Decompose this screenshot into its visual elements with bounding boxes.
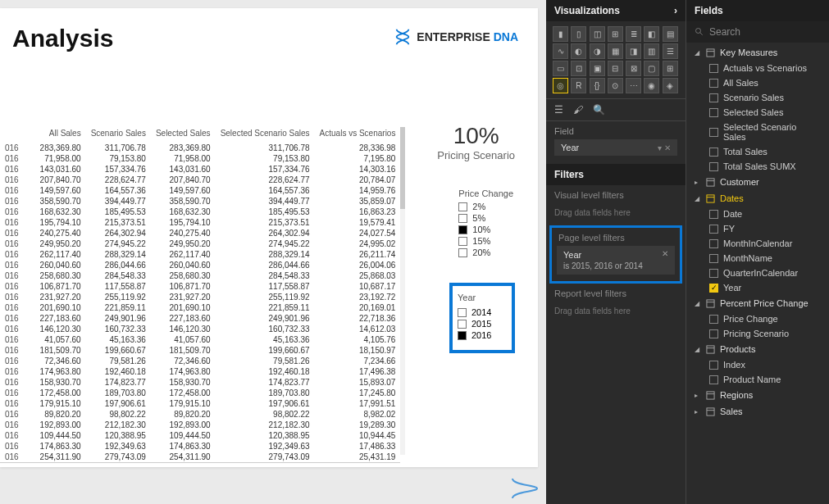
viz-type-icon[interactable]: ▯ [571,26,586,42]
field-item[interactable]: MonthName [686,251,829,266]
field-checkbox[interactable] [709,64,718,73]
table-row[interactable]: 016283,369.80311,706.78283,369.80311,706… [0,143,400,153]
data-table[interactable]: All SalesScenario SalesSelected SalesSel… [0,127,398,467]
checkbox-icon[interactable] [458,237,467,246]
viz-type-icon[interactable]: ∿ [553,43,568,59]
viz-type-icon[interactable]: ▢ [644,61,659,76]
column-header[interactable]: Actuals vs Scenarios [315,127,401,143]
table-row[interactable]: 016106,871.70117,558.87106,871.70117,558… [0,281,400,292]
field-item[interactable]: QuarterInCalendar [686,266,829,280]
viz-type-icon[interactable]: ▭ [553,61,568,76]
field-checkbox[interactable] [709,284,718,293]
viz-type-icon[interactable]: ▮ [553,26,568,42]
table-row[interactable]: 016249,950.20274,945.22249,950.20274,945… [0,238,400,249]
table-row[interactable]: 016260,040.60286,044.66260,040.60286,044… [0,260,400,270]
table-row[interactable]: 016174,963.80192,460.18174,963.80192,460… [0,366,400,377]
field-table-sales[interactable]: ▸Sales [686,403,829,420]
column-header[interactable]: All Sales [24,127,86,143]
viz-type-icon[interactable]: ⊠ [626,61,641,76]
table-row[interactable]: 01672,346.6079,581.2672,346.6079,581.267… [0,356,400,366]
column-header[interactable]: Selected Sales [151,127,216,143]
slicer-option[interactable]: 15% [458,236,513,246]
table-scrollbar[interactable] [400,127,405,455]
year-slicer[interactable]: Year 201420152016 [449,283,515,353]
field-item[interactable]: Price Change [686,311,829,326]
table-row[interactable]: 016168,632.30185,495.53168,632.30185,495… [0,207,400,217]
slicer-option[interactable]: 20% [458,247,513,257]
viz-type-icon[interactable]: ⊡ [571,61,586,76]
field-item[interactable]: Product Name [686,372,829,387]
viz-type-icon[interactable]: ▤ [663,26,678,42]
fields-tab-icon[interactable]: ☰ [554,104,563,116]
viz-type-icon[interactable]: ⊞ [608,26,623,42]
viz-type-icon[interactable]: {} [590,78,605,93]
field-item[interactable]: Date [686,207,829,221]
table-row[interactable]: 016192,893.00212,182.30192,893.00212,182… [0,420,400,430]
table-row[interactable]: 016172,458.00189,703.80172,458.00189,703… [0,388,400,398]
viz-type-icon[interactable]: ⊞ [663,61,678,76]
field-item[interactable]: Pricing Scenario [686,326,829,341]
checkbox-icon[interactable] [458,225,467,234]
table-row[interactable]: 016231,927.20255,119.92231,927.20255,119… [0,292,400,302]
field-item[interactable]: Year [686,280,829,295]
checkbox-icon[interactable] [458,214,467,223]
field-table-key measures[interactable]: ◢Key Measures [686,44,829,61]
scrollbar-thumb[interactable] [400,127,405,209]
table-row[interactable]: 016181,509.70199,660.67181,509.70199,660… [0,345,400,356]
slicer-option[interactable]: 2% [458,202,513,211]
table-row[interactable]: 016143,031.60157,334.76143,031.60157,334… [0,164,400,175]
slicer-option[interactable]: 2016 [458,330,507,340]
checkbox-icon[interactable] [458,308,467,317]
field-checkbox[interactable] [709,225,718,234]
table-row[interactable]: 016195,794.10215,373.51195,794.10215,373… [0,217,400,228]
field-checkbox[interactable] [709,128,718,137]
viz-type-icon[interactable]: ⋯ [626,78,641,93]
field-item[interactable]: Selected Scenario Sales [686,120,829,144]
viz-type-icon[interactable]: ◎ [553,78,568,93]
slicer-option[interactable]: 5% [458,213,513,223]
field-item[interactable]: All Sales [686,75,829,90]
viz-type-icon[interactable]: ⊟ [608,61,623,76]
table-row[interactable]: 016258,680.30284,548.33258,680.30284,548… [0,270,400,281]
table-row[interactable]: 016201,690.10221,859.11201,690.10221,859… [0,302,400,313]
page-filter-year[interactable]: Year is 2015, 2016 or 2014 ✕ [557,246,675,275]
field-item[interactable]: Selected Sales [686,105,829,120]
analytics-tab-icon[interactable]: 🔍 [593,104,605,116]
field-checkbox[interactable] [709,315,718,324]
viz-type-icon[interactable]: ◈ [663,78,678,93]
viz-type-icon[interactable]: ▥ [644,43,659,59]
table-row[interactable]: 01689,820.2098,802.2289,820.2098,802.228… [0,409,400,420]
viz-type-icon[interactable]: ◉ [644,78,659,93]
table-row[interactable]: 016174,863.30192,349.63174,863.30192,349… [0,441,400,452]
field-item[interactable]: Index [686,357,829,372]
scenario-card[interactable]: 10% Pricing Scenario [437,123,515,161]
field-pill-year[interactable]: Year ▾ ✕ [554,139,677,156]
table-row[interactable]: 016358,590.70394,449.77358,590.70394,449… [0,196,400,207]
remove-field-icon[interactable]: ▾ ✕ [658,143,671,152]
viz-type-icon[interactable]: ☰ [663,43,678,59]
viz-type-icon[interactable]: ▣ [590,61,605,76]
visualizations-header[interactable]: Visualizations › [546,0,686,21]
column-header[interactable]: Scenario Sales [86,127,151,143]
field-checkbox[interactable] [709,329,718,338]
checkbox-icon[interactable] [458,202,467,211]
viz-type-icon[interactable]: ◫ [590,26,605,42]
field-checkbox[interactable] [709,375,718,384]
table-row[interactable]: 016207,840.70228,624.77207,840.70228,624… [0,175,400,185]
slicer-option[interactable]: 2015 [458,319,507,329]
slicer-option[interactable]: 10% [458,225,513,234]
field-checkbox[interactable] [709,361,718,370]
table-row[interactable]: 01641,057.6045,163.3641,057.6045,163.364… [0,334,400,345]
field-checkbox[interactable] [709,108,718,117]
fields-search[interactable]: Search [686,21,829,43]
field-checkbox[interactable] [709,254,718,263]
visualizations-gallery[interactable]: ▮▯◫⊞≣◧▤∿◐◑▦◨▥☰▭⊡▣⊟⊠▢⊞◎R{}⊙⋯◉◈ [546,21,686,98]
viz-type-icon[interactable]: ◨ [626,43,641,59]
field-item[interactable]: MonthInCalendar [686,236,829,251]
field-table-percent price change[interactable]: ◢Percent Price Change [686,295,829,311]
table-row[interactable]: 016240,275.40264,302.94240,275.40264,302… [0,228,400,238]
viz-type-icon[interactable]: ⊙ [608,78,623,93]
viz-type-icon[interactable]: ≣ [626,26,641,42]
checkbox-icon[interactable] [458,320,467,329]
column-header[interactable] [0,127,24,143]
